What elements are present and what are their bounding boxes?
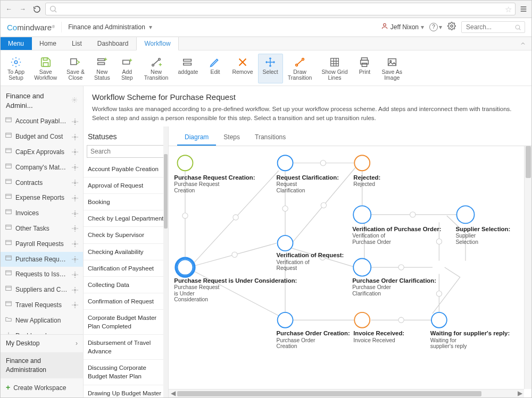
status-item[interactable]: Checking Availability xyxy=(84,244,168,260)
print-button[interactable]: Print xyxy=(352,54,377,83)
gear-icon[interactable] xyxy=(71,271,79,278)
sidebar-item[interactable]: Invoices xyxy=(1,206,83,221)
new-transition-button[interactable]: NewTransition xyxy=(139,54,173,83)
pencil-icon xyxy=(209,56,221,68)
svg-text:Rejected: Rejected xyxy=(353,181,375,187)
select-button[interactable]: Select xyxy=(258,54,283,83)
sidebar-item[interactable]: Dashboards xyxy=(1,328,83,334)
sidebar-item[interactable]: Requests to Issue Mat... xyxy=(1,267,83,282)
svg-point-100 xyxy=(278,235,293,251)
star-icon[interactable]: ☆ xyxy=(505,4,512,15)
collapse-ribbon-icon[interactable] xyxy=(514,37,531,50)
gear-icon[interactable] xyxy=(71,256,79,263)
user-menu[interactable]: Jeff Nixon ▾ xyxy=(381,22,424,32)
create-workspace-button[interactable]: + Create Workspace xyxy=(1,378,83,397)
new-status-button[interactable]: NewStatus xyxy=(89,54,115,83)
settings-button[interactable] xyxy=(447,22,456,33)
reload-icon[interactable] xyxy=(31,4,42,14)
horizontal-scrollbar[interactable]: ◀ ▶ xyxy=(169,389,524,397)
help-button[interactable]: ? ▾ xyxy=(429,23,442,32)
section-finance[interactable]: Finance and Administration xyxy=(1,352,83,379)
search-input[interactable] xyxy=(465,23,514,31)
gear-icon[interactable] xyxy=(71,210,79,217)
addgate-button[interactable]: addgate xyxy=(173,54,203,83)
status-item[interactable]: Approval of Request xyxy=(84,177,168,194)
gear-icon[interactable] xyxy=(71,118,79,125)
sidebar-item[interactable]: Company's Material ... xyxy=(1,160,83,175)
scroll-left-icon[interactable]: ◀ xyxy=(169,389,177,397)
show-grid-button[interactable]: Show GridLines xyxy=(317,54,352,83)
status-item[interactable]: Discussing Corporate Budget Master Plan xyxy=(84,360,168,385)
diagram-canvas[interactable]: .edge{stroke:#cfcfcf;stroke-width:1.2;fi… xyxy=(169,146,531,397)
svg-rect-68 xyxy=(6,256,12,260)
to-app-setup-button[interactable]: To AppSetup xyxy=(3,54,29,83)
add-step-button[interactable]: AddStep xyxy=(115,54,139,83)
gear-icon[interactable] xyxy=(71,225,79,232)
status-item[interactable]: Account Payable Creation xyxy=(84,161,168,177)
gear-icon[interactable] xyxy=(71,301,79,309)
workspace-switcher[interactable]: Finance and Administration ▾ xyxy=(68,23,152,32)
remove-button[interactable]: Remove xyxy=(227,54,257,83)
gear-icon[interactable] xyxy=(71,148,79,156)
sidebar-item[interactable]: Expense Reports xyxy=(1,190,83,206)
statuses-search-input[interactable] xyxy=(87,145,165,158)
app-icon xyxy=(5,178,12,188)
sidebar-item[interactable]: Purchase Requests xyxy=(1,252,83,267)
sidebar-item[interactable]: Account Payable Req... xyxy=(1,114,83,129)
add-step-icon xyxy=(121,56,133,68)
gear-icon[interactable] xyxy=(71,179,79,187)
app-logo: Comindware® xyxy=(7,22,55,33)
back-icon[interactable]: ← xyxy=(4,4,14,14)
status-item[interactable]: Check by Supervisor xyxy=(84,227,168,243)
sidebar-item[interactable]: Payroll Requests xyxy=(1,236,83,252)
forward-icon[interactable]: → xyxy=(18,4,28,14)
save-close-button[interactable]: Save &Close xyxy=(62,54,89,83)
svg-text:supplier's reply: supplier's reply xyxy=(430,343,467,349)
draw-transition-button[interactable]: DrawTransition xyxy=(283,54,317,83)
gear-icon[interactable] xyxy=(71,96,78,106)
vertical-scrollbar[interactable] xyxy=(524,146,531,389)
scroll-right-icon[interactable]: ▶ xyxy=(516,389,524,397)
sidebar-item[interactable]: Budget and Cost xyxy=(1,129,83,145)
status-item[interactable]: Clarification of Paysheet xyxy=(84,260,168,277)
save-as-image-button[interactable]: Save AsImage xyxy=(377,54,407,83)
svg-point-99 xyxy=(354,156,370,171)
browser-menu-icon[interactable] xyxy=(519,4,528,14)
sidebar-item[interactable]: Suppliers and Contra... xyxy=(1,282,83,298)
url-bar[interactable]: ☆ xyxy=(45,3,516,15)
tab-list[interactable]: List xyxy=(64,37,90,50)
sidebar-item[interactable]: New Application xyxy=(1,313,83,328)
statuses-panel: Statuses Account Payable CreationApprova… xyxy=(84,126,169,398)
status-item[interactable]: Confirmation of Request xyxy=(84,293,168,310)
gear-icon[interactable] xyxy=(71,164,79,171)
sidebar-item[interactable]: Travel Requests xyxy=(1,298,83,313)
global-search[interactable] xyxy=(461,21,525,33)
tab-dashboard[interactable]: Dashboard xyxy=(90,37,137,50)
sidebar-item[interactable]: Contracts xyxy=(1,175,83,191)
tab-home[interactable]: Home xyxy=(32,37,64,50)
section-my-desktop[interactable]: My Desktop › xyxy=(1,335,83,352)
status-item[interactable]: Corporate Budget Master Plan Completed xyxy=(84,310,168,335)
scrollbar-thumb[interactable] xyxy=(164,154,168,228)
sidebar-item[interactable]: CapEx Approvals xyxy=(1,145,83,160)
status-item[interactable]: Check by Legal Department xyxy=(84,210,168,227)
status-item[interactable]: Collecting Data xyxy=(84,277,168,293)
app-icon xyxy=(5,316,12,326)
edit-button[interactable]: Edit xyxy=(203,54,227,83)
tab-menu[interactable]: Menu xyxy=(1,37,32,50)
status-item[interactable]: Disbursement of Travel Advance xyxy=(84,335,168,360)
tab-workflow[interactable]: Workflow xyxy=(136,37,178,50)
tab-diagram[interactable]: Diagram xyxy=(177,129,216,146)
gear-icon[interactable] xyxy=(71,194,79,202)
gear-icon[interactable] xyxy=(71,286,79,294)
save-workflow-button[interactable]: SaveWorkflow xyxy=(29,54,62,83)
tab-transitions[interactable]: Transitions xyxy=(247,129,293,146)
gear-icon[interactable] xyxy=(71,133,79,141)
gear-icon[interactable] xyxy=(71,240,79,248)
status-item[interactable]: Drawing Up Budget Master Plan xyxy=(84,385,168,398)
sidebar-item[interactable]: Other Tasks xyxy=(1,221,83,236)
svg-point-73 xyxy=(74,274,76,276)
svg-point-108 xyxy=(431,312,447,328)
tab-steps[interactable]: Steps xyxy=(216,129,247,146)
status-item[interactable]: Booking xyxy=(84,194,168,210)
